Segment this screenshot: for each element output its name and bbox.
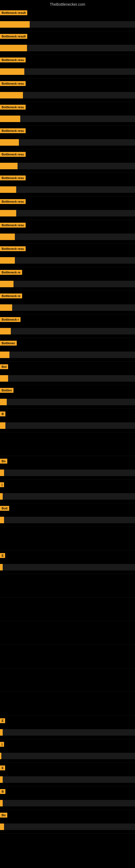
- bottleneck-label: Bottleneck resu: [0, 152, 26, 157]
- table-row: [0, 692, 135, 716]
- table-row: Bott: [0, 503, 135, 527]
- table-row: [0, 621, 135, 645]
- bar-background: [0, 163, 135, 169]
- bar-background: [0, 304, 135, 311]
- bar-background: [0, 493, 135, 500]
- bottleneck-label: Bottlen: [0, 388, 13, 393]
- table-row: E: [0, 763, 135, 786]
- site-title-container: TheBottlenecker.com: [0, 0, 135, 8]
- bar-fill: [0, 257, 15, 264]
- bar-background: [0, 92, 135, 98]
- bottleneck-label: Bottleneck resu: [0, 128, 26, 133]
- rows-container: Bottleneck resultBottleneck resultBottle…: [0, 8, 135, 834]
- table-row: Bottleneck resu: [0, 220, 135, 244]
- table-row: [0, 645, 135, 669]
- bottleneck-label: E: [0, 553, 5, 558]
- table-row: Bottleneck resu: [0, 173, 135, 196]
- bar-background: [0, 469, 135, 476]
- table-row: Bottleneck resu: [0, 149, 135, 173]
- bar-background: [0, 116, 135, 122]
- bar-background: [0, 45, 135, 51]
- bar-fill: [0, 776, 3, 783]
- bar-fill: [0, 234, 15, 240]
- bar-fill: [0, 753, 1, 759]
- table-row: Bottleneck re: [0, 291, 135, 314]
- table-row: Bottleneck result: [0, 8, 135, 31]
- bottleneck-label: Bottleneck resu: [0, 58, 26, 62]
- table-row: Bottleneck r: [0, 314, 135, 338]
- bar-background: [0, 21, 135, 28]
- bar-background: [0, 375, 135, 382]
- bar-fill: [0, 493, 3, 500]
- bar-fill: [0, 163, 17, 169]
- table-row: Bottleneck resu: [0, 55, 135, 79]
- bottleneck-label: Bo: [0, 459, 7, 464]
- bar-fill: [0, 824, 4, 830]
- bar-fill: [0, 139, 19, 146]
- table-row: [0, 574, 135, 597]
- bottleneck-label: Bottleneck resu: [0, 246, 26, 251]
- table-row: Bottleneck resu: [0, 79, 135, 102]
- bar-background: [0, 186, 135, 193]
- site-title: TheBottlenecker.com: [0, 0, 135, 8]
- bar-fill: [0, 304, 12, 311]
- bar-fill: [0, 116, 20, 122]
- table-row: Bottlen: [0, 385, 135, 409]
- bottleneck-label: Bottleneck resu: [0, 223, 26, 227]
- bar-fill: [0, 469, 4, 476]
- bottleneck-label: Bottlenec: [0, 341, 17, 346]
- bar-background: [0, 257, 135, 264]
- bottleneck-label: B: [0, 789, 5, 794]
- bar-fill: [0, 210, 16, 216]
- bottleneck-label: |: [0, 742, 4, 747]
- table-row: B: [0, 409, 135, 432]
- bottleneck-label: Bottleneck result: [0, 34, 27, 39]
- table-row: E: [0, 550, 135, 574]
- bottleneck-label: |: [0, 482, 4, 487]
- bottleneck-label: Bottleneck re: [0, 270, 22, 275]
- bottleneck-label: Bottleneck r: [0, 317, 20, 322]
- bar-fill: [0, 68, 24, 75]
- table-row: Bottleneck re: [0, 267, 135, 291]
- table-row: Bottleneck resu: [0, 244, 135, 267]
- table-row: Bo: [0, 456, 135, 479]
- bar-background: [0, 68, 135, 75]
- table-row: Bo: [0, 810, 135, 834]
- bottleneck-label: Bott: [0, 506, 9, 511]
- bottleneck-label: E: [0, 718, 5, 723]
- bar-background: [0, 210, 135, 216]
- bottleneck-label: Bottleneck resu: [0, 199, 26, 204]
- table-row: |: [0, 739, 135, 763]
- bottleneck-label: E: [0, 766, 5, 770]
- table-row: [0, 669, 135, 692]
- bottleneck-label: Bottleneck resu: [0, 105, 26, 110]
- table-row: Bottleneck result: [0, 31, 135, 55]
- bar-background: [0, 328, 135, 335]
- bottleneck-label: Bottleneck resu: [0, 81, 26, 86]
- bar-fill: [0, 729, 3, 736]
- bar-background: [0, 351, 135, 358]
- bar-background: [0, 422, 135, 429]
- table-row: Bottleneck resu: [0, 196, 135, 220]
- bar-fill: [0, 375, 8, 382]
- bar-background: [0, 564, 135, 570]
- table-row: [0, 597, 135, 621]
- bottleneck-label: Bo: [0, 813, 7, 817]
- bar-background: [0, 281, 135, 287]
- bar-fill: [0, 45, 27, 51]
- bar-fill: [0, 399, 7, 405]
- bar-background: [0, 776, 135, 783]
- bar-background: [0, 517, 135, 523]
- bar-fill: [0, 564, 3, 570]
- bottleneck-label: Bottleneck resu: [0, 176, 26, 180]
- bottleneck-label: Bottleneck result: [0, 10, 27, 15]
- bar-fill: [0, 92, 23, 98]
- bar-background: [0, 729, 135, 736]
- table-row: Bottleneck resu: [0, 126, 135, 149]
- bar-fill: [0, 351, 9, 358]
- bar-background: [0, 399, 135, 405]
- bar-fill: [0, 517, 4, 523]
- bottleneck-label: Bottleneck re: [0, 293, 22, 299]
- bar-fill: [0, 328, 11, 335]
- bar-fill: [0, 186, 16, 193]
